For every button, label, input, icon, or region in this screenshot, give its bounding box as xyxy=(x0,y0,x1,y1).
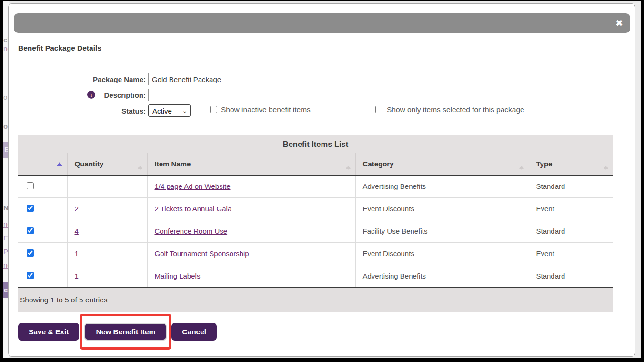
status-select-value: Active xyxy=(152,107,172,115)
item-name-link[interactable]: Golf Tournament Sponsorship xyxy=(155,249,249,258)
column-header-quantity[interactable]: Quantity xyxy=(67,153,147,175)
category-cell: Event Discounts xyxy=(355,242,529,265)
modal-header-bar: ✖ xyxy=(14,13,630,33)
description-input[interactable] xyxy=(148,89,340,101)
modal-title: Benefit Package Details xyxy=(18,44,101,52)
item-name-link[interactable]: 2 Tickets to Annual Gala xyxy=(155,205,232,213)
annotation-highlight-box: New Benefit Item xyxy=(80,314,171,350)
show-inactive-checkbox[interactable] xyxy=(210,106,217,113)
row-select-checkbox[interactable] xyxy=(27,227,34,234)
column-header-item-name[interactable]: Item Name xyxy=(147,153,355,175)
column-header-category[interactable]: Category xyxy=(355,153,529,175)
sort-icon xyxy=(519,158,524,170)
sort-asc-icon xyxy=(57,162,62,166)
column-header-select[interactable] xyxy=(18,153,67,175)
category-cell: Facility Use Benefits xyxy=(355,220,529,242)
description-label: Description: xyxy=(9,91,146,99)
item-name-link[interactable]: Conference Room Use xyxy=(155,227,228,235)
quantity-link[interactable]: 1 xyxy=(75,272,79,280)
category-cell: Event Discounts xyxy=(355,197,529,220)
new-benefit-item-button[interactable]: New Benefit Item xyxy=(84,323,167,341)
package-name-input[interactable] xyxy=(148,73,340,85)
sort-icon xyxy=(138,158,142,170)
category-cell: Advertising Benefits xyxy=(355,265,529,287)
item-name-link[interactable]: 1/4 page Ad on Website xyxy=(155,182,231,190)
cancel-button[interactable]: Cancel xyxy=(171,323,217,341)
benefit-package-modal: ✖ Benefit Package Details Package Name: … xyxy=(8,3,635,357)
item-name-link[interactable]: Mailing Labels xyxy=(155,272,201,280)
save-exit-button[interactable]: Save & Exit xyxy=(18,323,79,341)
table-row: 2 2 Tickets to Annual Gala Event Discoun… xyxy=(18,197,613,220)
chevron-down-icon: ⌄ xyxy=(182,108,188,114)
table-header-row: Quantity Item Name Category T xyxy=(18,153,613,175)
quantity-link[interactable]: 4 xyxy=(75,227,79,235)
row-select-checkbox[interactable] xyxy=(27,182,34,189)
category-cell: Advertising Benefits xyxy=(355,175,529,197)
show-only-selected-label: Show only items selected for this packag… xyxy=(387,105,524,114)
sort-icon xyxy=(346,158,351,170)
sort-icon xyxy=(604,158,608,170)
benefit-items-table: Benefit Items List Quantity Item Name xyxy=(18,135,613,312)
quantity-link[interactable]: 1 xyxy=(75,249,79,258)
close-icon[interactable]: ✖ xyxy=(608,19,630,28)
show-only-selected-checkbox[interactable] xyxy=(375,106,382,113)
row-select-checkbox[interactable] xyxy=(27,272,34,279)
type-cell: Standard xyxy=(529,265,613,287)
table-title: Benefit Items List xyxy=(18,135,613,153)
row-select-checkbox[interactable] xyxy=(27,205,34,212)
action-buttons-row: Save & Exit New Benefit Item Cancel xyxy=(18,314,217,350)
table-row: 1 Mailing Labels Advertising Benefits St… xyxy=(18,265,613,287)
status-label: Status: xyxy=(9,107,146,115)
type-cell: Event xyxy=(529,242,613,265)
type-cell: Standard xyxy=(529,220,613,242)
table-row: 1/4 page Ad on Website Advertising Benef… xyxy=(18,175,613,197)
type-cell: Event xyxy=(529,197,613,220)
package-name-label: Package Name: xyxy=(9,75,146,83)
row-select-checkbox[interactable] xyxy=(27,249,34,257)
show-inactive-label: Show inactive benefit items xyxy=(221,105,311,114)
quantity-link[interactable]: 2 xyxy=(75,205,79,213)
table-footer-status: Showing 1 to 5 of 5 entries xyxy=(18,287,613,312)
column-header-type[interactable]: Type xyxy=(529,153,613,175)
type-cell: Standard xyxy=(529,175,613,197)
table-row: 1 Golf Tournament Sponsorship Event Disc… xyxy=(18,242,613,265)
page-background: clneoowBNneEPneen ✖ Benefit Package Deta… xyxy=(3,1,641,358)
status-select[interactable]: Active ⌄ xyxy=(148,104,191,117)
table-row: 4 Conference Room Use Facility Use Benef… xyxy=(18,220,613,242)
